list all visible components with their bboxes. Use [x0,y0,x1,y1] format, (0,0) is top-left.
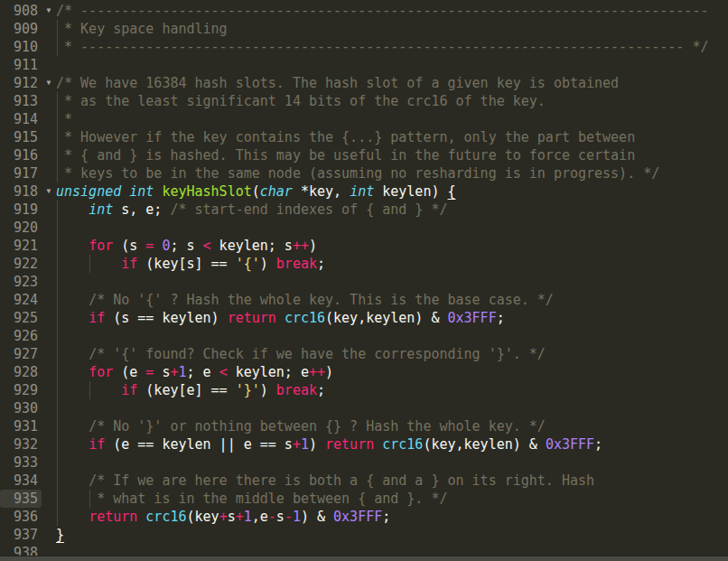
code-line[interactable]: 919 int s, e; /* start-end indexes of { … [0,201,728,219]
code-token: ) [260,382,276,398]
code-line[interactable]: 934 /* If we are here there is both a { … [0,472,728,490]
fold-gutter-spacer [42,453,56,472]
code-token: (key,keylen) & [423,436,545,453]
code-token: 0x3FFF [333,509,382,525]
code-line[interactable]: 929 if (key[e] == '}') break; [0,381,728,399]
code-token: < [219,364,228,380]
line-number: 915 [0,128,42,146]
fold-arrow-icon[interactable]: ▼ [42,74,56,92]
code-text [56,219,728,237]
code-line[interactable]: 916 * { and } is hashed. This may be use… [0,146,728,164]
line-number: 923 [0,273,42,291]
code-token: unsigned [56,183,121,200]
code-editor: 908▼/* ---------------------------------… [0,0,728,561]
code-line[interactable]: 924 /* No '{' ? Hash the whole key. This… [0,291,728,309]
code-token: (e [113,364,145,380]
code-text [56,327,728,345]
code-line[interactable]: 914 * [0,110,728,128]
code-token: crc16 [382,436,423,453]
code-line[interactable]: 913 * as the least significant 14 bits o… [0,92,728,110]
code-line[interactable]: 930 [0,399,728,417]
code-token [56,436,89,453]
code-line[interactable]: 917 * keys to be in the same node (assum… [0,164,728,182]
code-line[interactable]: 915 * However if the key contains the {.… [0,128,728,146]
code-token: ; s [170,238,202,254]
code-line[interactable]: 922 if (key[s] == '{') break; [0,255,728,273]
fold-gutter-spacer [42,92,56,110]
code-line[interactable]: 923 [0,273,728,291]
code-token: * However if the key contains the {...} … [56,129,635,145]
line-number: 911 [0,56,42,74]
code-token [56,292,89,308]
horizontal-scrollbar[interactable] [0,556,728,561]
fold-gutter-spacer [42,128,56,146]
code-text: * { and } is hashed. This may be useful … [56,146,728,164]
code-line[interactable]: 933 [0,453,728,472]
fold-gutter-spacer [42,273,56,291]
line-number: 934 [0,472,42,490]
code-token: break [276,382,317,398]
code-token: ; [594,436,602,453]
indent-guide [57,345,58,363]
code-text: } [56,526,728,544]
code-token: /* -------------------------------------… [56,3,708,19]
line-number: 928 [0,363,42,381]
code-token [56,238,89,254]
code-line[interactable]: 909 * Key space handling [0,20,728,38]
code-line[interactable]: 918▼unsigned int keyHashSlot(char *key, … [0,182,728,201]
code-token: ; [382,509,390,525]
fold-arrow-icon[interactable]: ▼ [42,2,56,20]
code-token: 1 [301,436,309,453]
code-token [121,183,129,200]
code-token: (s [113,238,145,254]
code-token: + [219,509,228,525]
indent-guide [57,399,58,417]
fold-gutter-spacer [42,255,56,273]
code-line[interactable]: 920 [0,219,728,237]
code-token: - [285,509,293,525]
code-line[interactable]: 925 if (s == keylen) return crc16(key,ke… [0,309,728,327]
indent-guide [57,417,58,435]
code-line[interactable]: 926 [0,327,728,345]
code-token: ; [317,382,325,398]
line-number: 919 [0,201,42,219]
indent-guide [57,237,58,255]
line-number: 912 [0,74,42,92]
code-line[interactable]: 936 return crc16(key+s+1,e-s-1) & 0x3FFF… [0,508,728,526]
code-token: * --------------------------------------… [56,39,708,55]
code-token: crc16 [285,310,325,326]
code-text: /* -------------------------------------… [56,2,728,20]
code-line[interactable]: 927 /* '{' found? Check if we have the c… [0,345,728,363]
indent-guide [57,291,58,309]
code-text: * keys to be in the same node (assuming … [56,164,728,182]
code-token: 1 [293,509,301,525]
indent-guide [57,309,58,327]
fold-gutter-spacer [42,146,56,164]
code-token: * Key space handling [56,21,228,37]
code-token: int [89,201,113,218]
code-text: if (key[e] == '}') break; [56,381,728,399]
code-token: (key[e] == [137,382,235,398]
line-number: 932 [0,435,42,453]
code-line[interactable]: 935 * what is in the middle between { an… [0,490,728,508]
code-line[interactable]: 932 if (e == keylen || e == s+1) return … [0,435,728,453]
line-number: 918 [0,182,42,201]
code-line[interactable]: 910 * ----------------------------------… [0,38,728,56]
code-line[interactable]: 911 [0,56,728,74]
line-number: 936 [0,508,42,526]
code-token: /* start-end indexes of { and } */ [170,201,447,218]
indent-guide [57,219,58,237]
code-line[interactable]: 937} [0,526,728,544]
indent-guide [57,490,58,508]
code-area[interactable]: 908▼/* ---------------------------------… [0,2,728,561]
code-line[interactable]: 928 for (e = s+1; e < keylen; e++) [0,363,728,381]
code-line[interactable]: 908▼/* ---------------------------------… [0,2,728,20]
code-token: ) [309,436,325,453]
code-line[interactable]: 912▼/* We have 16384 hash slots. The has… [0,74,728,92]
indent-guide [57,381,58,399]
fold-arrow-icon[interactable]: ▼ [42,182,56,201]
code-line[interactable]: 931 /* No '}' or nothing between {} ? Ha… [0,417,728,435]
code-token: - [268,509,276,525]
code-line[interactable]: 921 for (s = 0; s < keylen; s++) [0,237,728,255]
code-token: * [56,111,72,127]
